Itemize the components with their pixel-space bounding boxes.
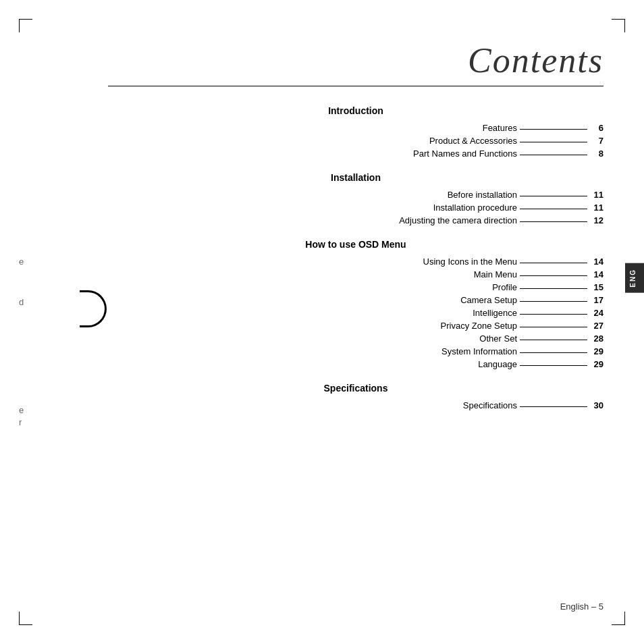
toc-dots — [520, 155, 587, 155]
toc-page: 27 — [590, 321, 603, 331]
left-char-d: d — [19, 297, 24, 307]
toc-page: 24 — [590, 308, 603, 318]
toc-label: Adjusting the camera direction — [399, 215, 517, 225]
toc-page: 28 — [590, 333, 603, 344]
toc-label: Language — [478, 359, 517, 369]
toc-page: 11 — [590, 203, 603, 213]
toc-entry: Main Menu14 — [108, 269, 603, 279]
section-block-3: SpecificationsSpecifications30 — [108, 383, 603, 410]
title-divider — [108, 86, 603, 86]
toc-entry: Intelligence24 — [108, 308, 603, 318]
toc-dots — [520, 196, 587, 196]
toc-dots — [520, 263, 587, 263]
toc-dots — [520, 209, 587, 209]
section-heading-2: How to use OSD Menu — [108, 239, 603, 250]
decorative-circle — [80, 290, 107, 327]
toc-page: 14 — [590, 269, 603, 279]
toc-page: 29 — [590, 359, 603, 369]
left-char-e1: e — [19, 257, 24, 267]
section-heading-1: Installation — [108, 172, 603, 183]
toc-entry: Adjusting the camera direction12 — [108, 215, 603, 225]
left-char-e2: e — [19, 405, 24, 415]
toc-page: 6 — [590, 123, 603, 133]
page-title: Contents — [108, 41, 603, 80]
toc-label: Main Menu — [474, 269, 517, 279]
toc-page: 14 — [590, 257, 603, 267]
toc-dots — [520, 301, 587, 302]
toc-label: System Information — [441, 346, 517, 356]
corner-mark-top-right — [612, 19, 625, 32]
corner-mark-bottom-right — [612, 612, 625, 625]
toc-dots — [520, 142, 587, 142]
footer-text: English – 5 — [560, 601, 603, 612]
toc-label: Specifications — [463, 400, 517, 410]
corner-mark-bottom-left — [19, 612, 32, 625]
toc-dots — [520, 406, 587, 407]
toc-entry: Part Names and Functions8 — [108, 149, 603, 159]
toc-entry: Product & Accessories7 — [108, 136, 603, 146]
toc-label: Privacy Zone Setup — [441, 321, 517, 331]
toc-container: IntroductionFeatures6Product & Accessori… — [108, 105, 603, 410]
toc-entry: System Information29 — [108, 346, 603, 356]
left-char-r: r — [19, 417, 22, 427]
toc-entry: Other Set28 — [108, 333, 603, 344]
toc-page: 15 — [590, 282, 603, 292]
toc-entry: Privacy Zone Setup27 — [108, 321, 603, 331]
toc-label: Part Names and Functions — [413, 149, 517, 159]
section-heading-3: Specifications — [108, 383, 603, 394]
toc-entry: Specifications30 — [108, 400, 603, 410]
toc-page: 12 — [590, 215, 603, 225]
section-block-2: How to use OSD MenuUsing Icons in the Me… — [108, 239, 603, 369]
toc-label: Product & Accessories — [429, 136, 517, 146]
toc-label: Before installation — [448, 190, 517, 200]
toc-page: 30 — [590, 400, 603, 410]
toc-dots — [520, 352, 587, 353]
toc-dots — [520, 221, 587, 222]
toc-page: 7 — [590, 136, 603, 146]
toc-entry: Profile15 — [108, 282, 603, 292]
toc-dots — [520, 327, 587, 327]
toc-page: 29 — [590, 346, 603, 356]
toc-label: Installation procedure — [433, 203, 517, 213]
toc-label: Other Set — [479, 333, 517, 344]
toc-label: Intelligence — [473, 308, 517, 318]
toc-label: Camera Setup — [460, 295, 517, 305]
section-block-1: InstallationBefore installation11Install… — [108, 172, 603, 225]
toc-dots — [520, 365, 587, 366]
toc-dots — [520, 288, 587, 289]
toc-dots — [520, 340, 587, 340]
toc-label: Using Icons in the Menu — [423, 257, 517, 267]
corner-mark-top-left — [19, 19, 32, 32]
section-heading-0: Introduction — [108, 105, 603, 116]
toc-entry: Using Icons in the Menu14 — [108, 257, 603, 267]
toc-entry: Installation procedure11 — [108, 203, 603, 213]
eng-tab: ENG — [625, 263, 644, 293]
toc-dots — [520, 129, 587, 130]
toc-entry: Camera Setup17 — [108, 295, 603, 305]
toc-entry: Language29 — [108, 359, 603, 369]
toc-entry: Before installation11 — [108, 190, 603, 200]
toc-label: Profile — [492, 282, 517, 292]
toc-page: 8 — [590, 149, 603, 159]
toc-dots — [520, 275, 587, 276]
section-block-0: IntroductionFeatures6Product & Accessori… — [108, 105, 603, 159]
toc-page: 17 — [590, 295, 603, 305]
content-area: Contents IntroductionFeatures6Product & … — [108, 41, 603, 590]
toc-dots — [520, 314, 587, 315]
toc-page: 11 — [590, 190, 603, 200]
toc-label: Features — [483, 123, 517, 133]
toc-entry: Features6 — [108, 123, 603, 133]
